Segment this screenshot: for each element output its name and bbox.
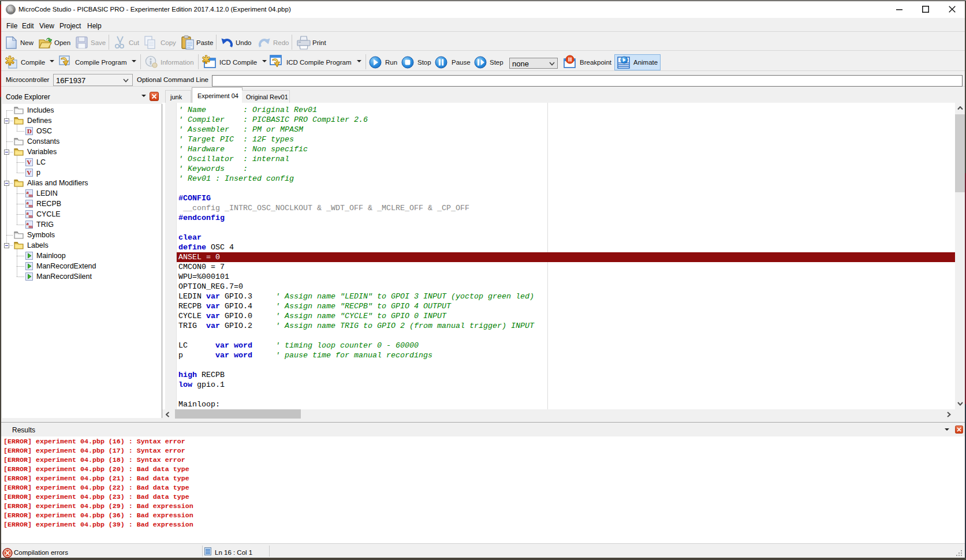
- svg-text:m: m: [29, 203, 33, 208]
- svg-text:D: D: [27, 128, 32, 135]
- svg-text:m: m: [29, 213, 33, 219]
- svg-text:V: V: [27, 159, 32, 166]
- svg-text:m: m: [29, 192, 33, 198]
- svg-text:V: V: [27, 169, 32, 176]
- svg-text:m: m: [29, 223, 33, 229]
- svg-text:m: m: [8, 7, 13, 13]
